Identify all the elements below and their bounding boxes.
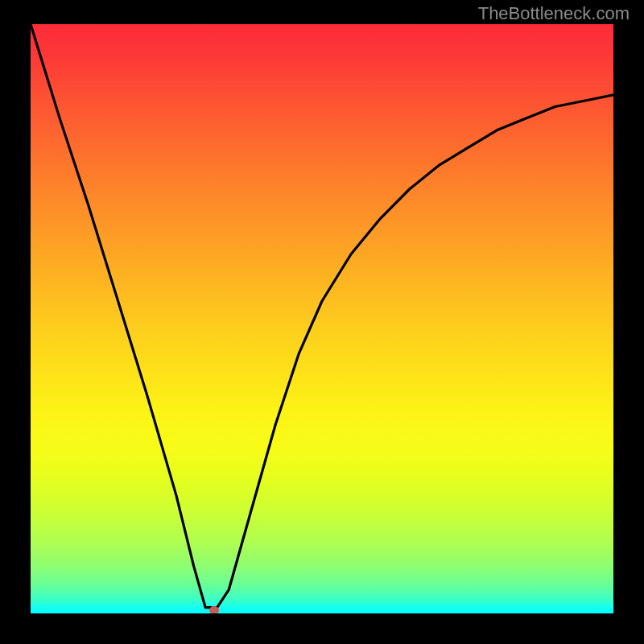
bottleneck-curve — [31, 24, 613, 613]
watermark-text: TheBottleneck.com — [478, 3, 630, 24]
chart-container: TheBottleneck.com — [0, 0, 644, 644]
optimal-point-marker — [209, 606, 219, 613]
plot-area — [31, 24, 613, 613]
